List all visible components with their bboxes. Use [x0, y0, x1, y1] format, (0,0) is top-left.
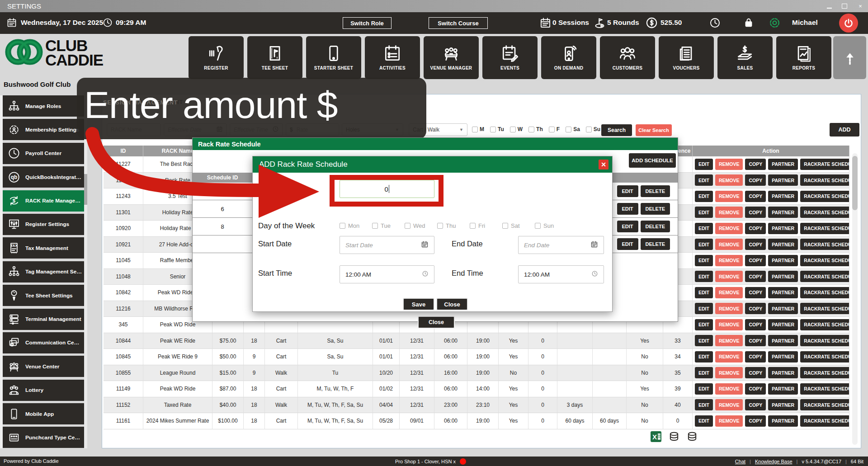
copy-button[interactable]: COPY [745, 239, 766, 250]
nav-starter-sheet[interactable]: STARTER SHEET [306, 36, 361, 79]
start-time-input[interactable]: 12:00 AM [340, 265, 434, 283]
remove-button[interactable]: REMOVE [715, 159, 743, 170]
rackrate-schedule-button[interactable]: RACKRATE SCHEDULE [800, 207, 849, 218]
table-scrollbar-thumb[interactable] [852, 156, 858, 210]
checkbox-icon[interactable] [470, 223, 476, 229]
sidebar-item-mobile-app[interactable]: Mobile App [3, 403, 84, 424]
sidebar-item-rack-rate-manageme[interactable]: $RACK Rate Manageme... [3, 190, 84, 212]
copy-button[interactable]: COPY [745, 303, 766, 314]
start-date-input[interactable]: Start Date [340, 236, 434, 254]
edit-button[interactable]: EDIT [695, 207, 713, 218]
checkbox-icon[interactable] [510, 127, 516, 132]
close-button[interactable]: × [857, 3, 863, 9]
minimize-button[interactable] [827, 4, 832, 9]
edit-button[interactable]: EDIT [695, 159, 713, 170]
partner-button[interactable]: PARTNER [768, 207, 798, 218]
sidebar-item-membership-settings[interactable]: Membership Settings [3, 119, 84, 140]
sidebar-item-terminal-management[interactable]: Terminal Management [3, 309, 84, 330]
end-date-input[interactable]: End Date [518, 236, 604, 254]
partner-button[interactable]: PARTNER [768, 239, 798, 250]
rackrate-schedule-button[interactable]: RACKRATE SCHEDULE [800, 415, 849, 427]
partner-button[interactable]: PARTNER [768, 255, 798, 266]
sidebar-item-communication-center[interactable]: $Communication Center [3, 332, 84, 353]
scroll-up-button[interactable] [833, 36, 866, 79]
copy-button[interactable]: COPY [745, 174, 766, 186]
dow-checkbox-mon[interactable]: Mon [340, 222, 372, 229]
remove-button[interactable]: REMOVE [715, 271, 743, 282]
rackrate-schedule-button[interactable]: RACKRATE SCHEDULE [800, 159, 849, 170]
partner-button[interactable]: PARTNER [768, 319, 798, 330]
nav-activities[interactable]: ACTIVITIES [365, 36, 420, 79]
clock-icon[interactable] [422, 270, 429, 278]
checkbox-icon[interactable] [549, 127, 555, 132]
partner-button[interactable]: PARTNER [768, 351, 798, 362]
checkbox-icon[interactable] [535, 223, 541, 229]
rackrate-schedule-button[interactable]: RACKRATE SCHEDULE [800, 287, 849, 298]
copy-button[interactable]: COPY [745, 383, 766, 395]
sidebar-item-payroll-center[interactable]: Payroll Center [3, 143, 84, 164]
remove-button[interactable]: REMOVE [715, 383, 743, 395]
copy-button[interactable]: COPY [745, 287, 766, 298]
edit-button[interactable]: EDIT [695, 319, 713, 330]
edit-button[interactable]: EDIT [695, 271, 713, 282]
rackrate-schedule-button[interactable]: RACKRATE SCHEDULE [800, 223, 849, 234]
calendar-icon[interactable] [421, 240, 429, 249]
checkbox-icon[interactable] [502, 223, 508, 229]
sidebar-scrollbar-thumb[interactable] [84, 174, 87, 205]
partner-button[interactable]: PARTNER [768, 174, 798, 186]
gear-icon[interactable] [768, 16, 782, 32]
edit-button[interactable]: EDIT [695, 287, 713, 298]
copy-button[interactable]: COPY [745, 207, 766, 218]
edit-button[interactable]: EDIT [695, 367, 713, 378]
copy-button[interactable]: COPY [745, 335, 766, 346]
filter-day-th[interactable]: Th [528, 126, 543, 132]
copy-button[interactable]: COPY [745, 367, 766, 378]
nav-register[interactable]: REGISTER [189, 36, 244, 79]
power-button[interactable] [839, 14, 858, 33]
add-schedule-button[interactable]: ADD SCHEDULE [629, 153, 676, 168]
rackrate-schedule-button[interactable]: RACKRATE SCHEDULE [800, 255, 849, 266]
sidebar-item-venue-center[interactable]: Venue Center [3, 356, 84, 377]
checkbox-icon[interactable] [566, 127, 571, 132]
edit-button[interactable]: EDIT [695, 191, 713, 202]
sidebar-item-tee-sheet-settings[interactable]: Tee Sheet Settings [3, 285, 84, 306]
calendar-icon[interactable] [590, 240, 598, 249]
rackrate-schedule-button[interactable]: RACKRATE SCHEDULE [800, 367, 849, 378]
export-data-alt-icon[interactable] [686, 431, 698, 444]
nav-reports[interactable]: REPORTS [776, 36, 831, 79]
edit-button[interactable]: EDIT [695, 351, 713, 362]
remove-button[interactable]: REMOVE [715, 207, 743, 218]
remove-button[interactable]: REMOVE [715, 351, 743, 362]
remove-button[interactable]: REMOVE [715, 303, 743, 314]
dow-checkbox-sun[interactable]: Sun [535, 222, 567, 229]
remove-button[interactable]: REMOVE [715, 223, 743, 234]
nav-tee-sheet[interactable]: TEE SHEET [247, 36, 302, 79]
copy-button[interactable]: COPY [745, 255, 766, 266]
edit-button[interactable]: EDIT [695, 415, 713, 427]
schedule-edit-button[interactable]: EDIT [617, 238, 638, 250]
rackrate-schedule-button[interactable]: RACKRATE SCHEDULE [800, 191, 849, 202]
nav-events[interactable]: EVENTS [482, 36, 538, 79]
schedule-edit-button[interactable]: EDIT [617, 221, 638, 232]
sidebar-item-tax-management[interactable]: TAXTax Management [3, 237, 84, 259]
sidebar-item-manage-roles[interactable]: Manage Roles [3, 95, 84, 117]
checkbox-icon[interactable] [340, 223, 345, 229]
edit-button[interactable]: EDIT [695, 335, 713, 346]
schedule-delete-button[interactable]: DELETE [641, 238, 670, 250]
filter-day-tu[interactable]: Tu [490, 126, 504, 132]
copy-button[interactable]: COPY [745, 351, 766, 362]
edit-button[interactable]: EDIT [695, 174, 713, 186]
chat-link[interactable]: Chat [735, 459, 745, 464]
edit-button[interactable]: EDIT [695, 383, 713, 395]
checkbox-icon[interactable] [528, 127, 534, 132]
checkbox-icon[interactable] [437, 223, 443, 229]
remove-button[interactable]: REMOVE [715, 287, 743, 298]
search-button[interactable]: Search [601, 124, 632, 136]
clock-status-icon[interactable] [709, 17, 721, 31]
rackrate-schedule-button[interactable]: RACKRATE SCHEDULE [800, 351, 849, 362]
partner-button[interactable]: PARTNER [768, 271, 798, 282]
dow-checkbox-tue[interactable]: Tue [372, 222, 405, 229]
dow-checkbox-wed[interactable]: Wed [405, 222, 437, 229]
rackrate-schedule-button[interactable]: RACKRATE SCHEDULE [800, 239, 849, 250]
schedule-edit-button[interactable]: EDIT [617, 185, 638, 197]
